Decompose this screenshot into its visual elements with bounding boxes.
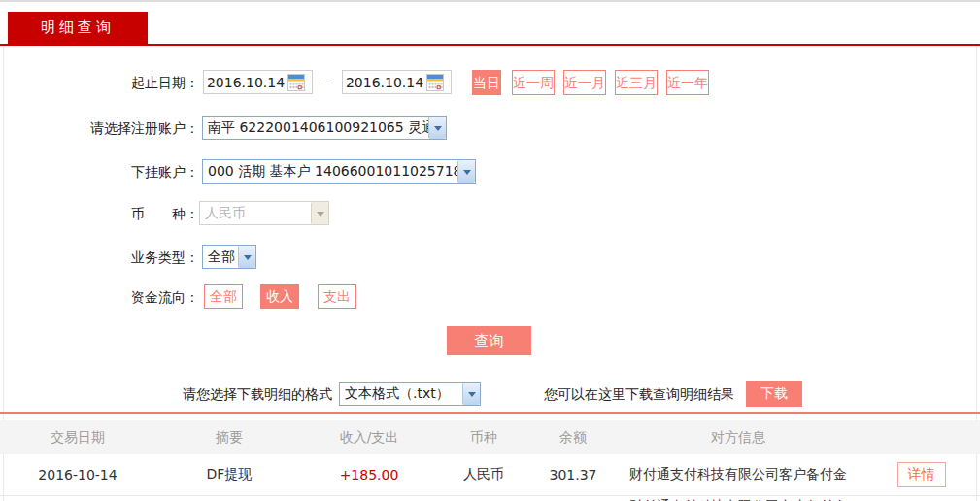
register-account-row: 请选择注册账户： 南平 6222001406100921065 灵通卡 xyxy=(0,116,980,141)
section-divider-line xyxy=(0,412,980,414)
query-button[interactable]: 查询 xyxy=(447,326,531,355)
end-date-field[interactable] xyxy=(342,70,452,94)
cell-balance: 301.37 xyxy=(532,467,614,483)
header-balance: 余额 xyxy=(532,429,614,447)
currency-value: 人民币 xyxy=(200,202,246,224)
fund-direction-row: 资金流向： 全部 收入 支出 xyxy=(0,284,980,310)
chevron-down-icon[interactable] xyxy=(457,160,475,183)
fund-direction-expense-button[interactable]: 支出 xyxy=(318,284,356,309)
tab-detail-query[interactable]: 明细查询 xyxy=(8,12,148,44)
quick-range-year-button[interactable]: 近一年 xyxy=(666,70,709,95)
business-type-row: 业务类型： 全部 xyxy=(0,245,980,270)
table-row: 财付通支付科技有限公司客户备付金 xyxy=(0,497,980,501)
tab-underline xyxy=(0,44,980,46)
header-counterparty: 对方信息 xyxy=(614,429,862,447)
sub-account-label: 下挂账户： xyxy=(0,159,199,184)
sub-account-select[interactable]: 000 活期 基本户 1406600101102571848 xyxy=(202,159,476,184)
header-summary: 摘要 xyxy=(155,429,303,447)
cell-transaction-date: 2016-10-14 xyxy=(0,467,155,483)
calendar-icon[interactable] xyxy=(426,74,444,91)
download-row: 请您选择下载明细的格式 文本格式（.txt） 您可以在这里下载查询明细结果 下载 xyxy=(0,382,980,407)
calendar-icon[interactable] xyxy=(287,74,305,91)
date-range-row: 起止日期： — xyxy=(0,70,980,95)
detail-button[interactable]: 详情 xyxy=(897,462,946,487)
currency-label: 币 种： xyxy=(0,201,199,226)
business-type-label: 业务类型： xyxy=(0,245,199,270)
detail-query-page: 明细查询 起止日期： — xyxy=(0,0,980,501)
cell-counterparty: 财付通支付科技有限公司客户备付金 xyxy=(614,466,862,484)
download-format-select[interactable]: 文本格式（.txt） xyxy=(339,382,481,406)
currency-select: 人民币 xyxy=(199,201,329,225)
register-account-label: 请选择注册账户： xyxy=(0,116,199,141)
sub-account-value: 000 活期 基本户 1406600101102571848 xyxy=(203,160,457,183)
quick-range-month-button[interactable]: 近一月 xyxy=(563,70,606,95)
download-format-value: 文本格式（.txt） xyxy=(340,383,450,405)
chevron-down-icon[interactable] xyxy=(428,117,446,139)
fund-direction-label: 资金流向： xyxy=(0,284,199,310)
header-income-expense: 收入/支出 xyxy=(303,429,435,447)
date-range-separator: — xyxy=(320,70,335,94)
cell-amount: +185.00 xyxy=(303,467,435,483)
header-currency: 币种 xyxy=(435,429,532,447)
cell-counterparty: 财付通支付科技有限公司客户备付金 xyxy=(614,497,862,501)
date-range-label: 起止日期： xyxy=(0,70,199,95)
start-date-field[interactable] xyxy=(203,70,313,94)
business-type-select[interactable]: 全部 xyxy=(202,245,256,269)
download-button[interactable]: 下载 xyxy=(746,381,802,407)
cell-currency: 人民币 xyxy=(435,466,532,484)
quick-range-quarter-button[interactable]: 近三月 xyxy=(615,70,658,95)
download-hint-text: 您可以在这里下载查询明细结果 xyxy=(544,382,734,407)
chevron-down-icon[interactable] xyxy=(238,246,255,268)
end-date-input[interactable] xyxy=(343,75,426,90)
sub-account-row: 下挂账户： 000 活期 基本户 1406600101102571848 xyxy=(0,159,980,184)
start-date-input[interactable] xyxy=(204,75,287,90)
fund-direction-all-button[interactable]: 全部 xyxy=(204,284,243,309)
chevron-down-icon[interactable] xyxy=(462,383,480,405)
cell-summary: DF提现 xyxy=(155,466,303,484)
currency-row: 币 种： 人民币 xyxy=(0,201,980,226)
business-type-value: 全部 xyxy=(203,246,235,268)
chevron-down-icon xyxy=(311,202,328,224)
table-header-row: 交易日期 摘要 收入/支出 币种 余额 对方信息 xyxy=(0,420,980,454)
download-format-label: 请您选择下载明细的格式 xyxy=(183,382,332,407)
register-account-select[interactable]: 南平 6222001406100921065 灵通卡 xyxy=(202,116,447,140)
fund-direction-income-button[interactable]: 收入 xyxy=(260,284,299,309)
register-account-value: 南平 6222001406100921065 灵通卡 xyxy=(203,117,428,139)
header-transaction-date: 交易日期 xyxy=(0,429,155,447)
quick-range-week-button[interactable]: 近一周 xyxy=(512,70,555,95)
table-row: 2016-10-14 DF提现 +185.00 人民币 301.37 财付通支付… xyxy=(0,454,980,496)
quick-range-today-button[interactable]: 当日 xyxy=(472,70,501,95)
